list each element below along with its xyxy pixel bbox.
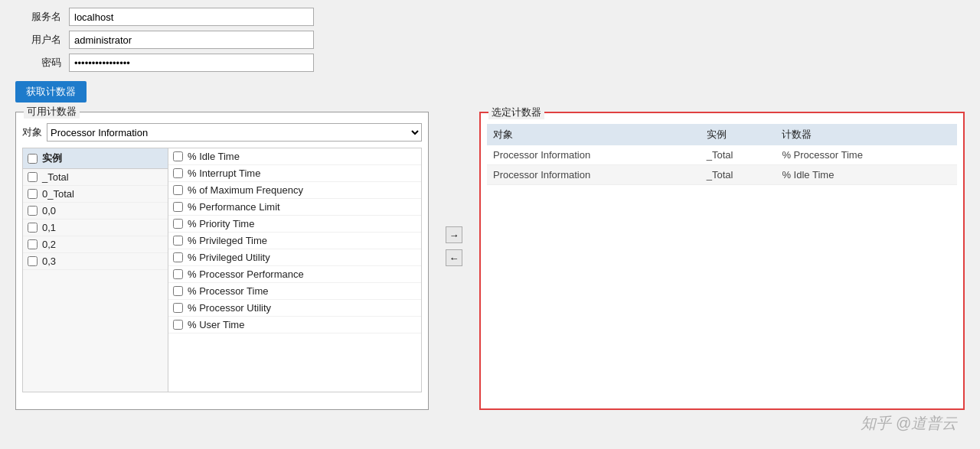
list-item[interactable]: % Interrupt Time: [168, 165, 421, 182]
username-input[interactable]: [69, 31, 314, 49]
list-item[interactable]: % of Maximum Frequency: [168, 182, 421, 199]
available-panel-legend: 可用计数器: [24, 105, 80, 119]
list-item[interactable]: % Processor Time: [168, 283, 421, 300]
instance-checkbox[interactable]: [28, 206, 38, 216]
col-counter: 计数器: [776, 124, 957, 145]
list-item[interactable]: 0,1: [23, 220, 168, 236]
counter-label: % User Time: [188, 319, 244, 330]
counter-label: % Privileged Time: [188, 235, 267, 246]
list-item[interactable]: 0,0: [23, 203, 168, 220]
selected-table: 对象 实例 计数器 Processor Information_Total% P…: [487, 124, 957, 185]
hostname-label: 服务名: [15, 10, 61, 24]
selected-table-body: Processor Information_Total% Processor T…: [487, 145, 957, 185]
password-row: 密码: [15, 54, 965, 72]
counter-checkbox[interactable]: [173, 219, 183, 229]
remove-counter-button[interactable]: ←: [446, 249, 462, 266]
instance-label: 0,2: [42, 239, 56, 250]
counter-list: % Idle Time% Interrupt Time% of Maximum …: [168, 148, 421, 333]
object-label: 对象: [22, 125, 42, 139]
instance-header-label: 实例: [42, 151, 62, 165]
list-item[interactable]: % Processor Performance: [168, 266, 421, 283]
list-item[interactable]: % Performance Limit: [168, 199, 421, 216]
panels-row: 可用计数器 对象 Processor Information 实例 _Total…: [15, 112, 965, 410]
fetch-counters-button[interactable]: 获取计数器: [15, 81, 87, 102]
selected-table-head: 对象 实例 计数器: [487, 124, 957, 145]
password-label: 密码: [15, 56, 61, 70]
counter-label: % Processor Utility: [188, 302, 271, 314]
col-object: 对象: [487, 124, 701, 145]
add-counter-button[interactable]: →: [446, 226, 462, 243]
hostname-input[interactable]: [69, 8, 314, 26]
selected-panel: 选定计数器 对象 实例 计数器 Processor Information_To…: [479, 112, 965, 410]
table-cell-instance: _Total: [701, 145, 776, 165]
col-instance: 实例: [701, 124, 776, 145]
object-select[interactable]: Processor Information: [47, 123, 422, 142]
instance-col: 实例 _Total0_Total0,00,10,20,3: [22, 148, 168, 392]
list-item[interactable]: % User Time: [168, 317, 421, 333]
counter-label: % Processor Performance: [188, 268, 304, 280]
table-cell-object: Processor Information: [487, 165, 701, 185]
table-cell-instance: _Total: [701, 165, 776, 185]
list-item[interactable]: % Processor Utility: [168, 300, 421, 317]
list-item[interactable]: _Total: [23, 169, 168, 186]
instance-checkbox[interactable]: [28, 256, 38, 266]
table-row: Processor Information_Total% Processor T…: [487, 145, 957, 165]
instance-checkbox[interactable]: [28, 172, 38, 182]
counter-checkbox[interactable]: [173, 185, 183, 195]
list-item[interactable]: 0_Total: [23, 186, 168, 203]
counter-col: % Idle Time% Interrupt Time% of Maximum …: [168, 148, 422, 392]
available-panel: 可用计数器 对象 Processor Information 实例 _Total…: [15, 112, 429, 410]
counter-label: % of Maximum Frequency: [188, 184, 303, 196]
counter-checkbox[interactable]: [173, 252, 183, 262]
instance-header: 实例: [23, 148, 168, 169]
counter-checkbox[interactable]: [173, 236, 183, 246]
instance-label: _Total: [42, 171, 69, 183]
hostname-row: 服务名: [15, 8, 965, 26]
instance-checkbox[interactable]: [28, 189, 38, 199]
list-item[interactable]: % Idle Time: [168, 148, 421, 165]
instance-label: 0,0: [42, 205, 56, 216]
counter-label: % Processor Time: [188, 285, 268, 297]
table-cell-object: Processor Information: [487, 145, 701, 165]
counter-label: % Idle Time: [188, 151, 240, 162]
selected-panel-legend: 选定计数器: [488, 106, 544, 119]
counter-checkbox[interactable]: [173, 269, 183, 279]
instance-list: _Total0_Total0,00,10,20,3: [23, 169, 168, 270]
username-row: 用户名: [15, 31, 965, 49]
instance-label: 0,1: [42, 222, 56, 233]
password-input[interactable]: [69, 54, 314, 72]
counter-label: % Performance Limit: [188, 201, 280, 213]
username-label: 用户名: [15, 33, 61, 47]
counter-label: % Interrupt Time: [188, 168, 260, 179]
list-item[interactable]: 0,2: [23, 236, 168, 253]
counter-checkbox[interactable]: [173, 151, 183, 161]
counter-checkbox[interactable]: [173, 202, 183, 212]
counter-checkbox[interactable]: [173, 286, 183, 296]
list-item[interactable]: % Priority Time: [168, 216, 421, 233]
list-item[interactable]: % Privileged Time: [168, 233, 421, 249]
list-item[interactable]: 0,3: [23, 253, 168, 270]
table-cell-counter: % Processor Time: [776, 145, 957, 165]
instance-checkbox[interactable]: [28, 239, 38, 249]
table-cell-counter: % Idle Time: [776, 165, 957, 185]
list-item[interactable]: % Privileged Utility: [168, 249, 421, 266]
counter-checkbox[interactable]: [173, 320, 183, 330]
counter-label: % Privileged Utility: [188, 252, 270, 263]
arrow-col: → ←: [441, 226, 467, 266]
table-row: Processor Information_Total% Idle Time: [487, 165, 957, 185]
counter-checkbox[interactable]: [173, 303, 183, 313]
object-row: 对象 Processor Information: [22, 123, 422, 142]
instance-all-checkbox[interactable]: [28, 154, 38, 164]
counter-label: % Priority Time: [188, 218, 254, 229]
counter-checkbox[interactable]: [173, 168, 183, 178]
instance-label: 0_Total: [42, 188, 74, 200]
instance-counter-cols: 实例 _Total0_Total0,00,10,20,3 % Idle Time…: [22, 148, 422, 392]
instance-label: 0,3: [42, 255, 56, 267]
watermark: 知乎 @道普云: [861, 413, 957, 434]
form-section: 服务名 用户名 密码: [15, 8, 965, 72]
instance-checkbox[interactable]: [28, 223, 38, 233]
